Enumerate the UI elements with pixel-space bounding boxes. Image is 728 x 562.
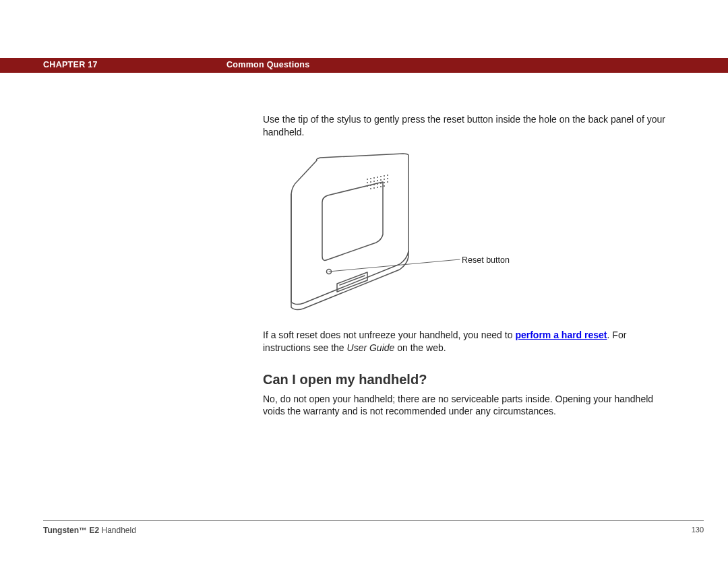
svg-point-12 [384, 179, 385, 180]
svg-point-20 [387, 181, 388, 183]
svg-point-14 [367, 185, 368, 187]
page: CHAPTER 17 Common Questions Use the tip … [0, 0, 728, 562]
svg-point-8 [370, 181, 371, 183]
svg-point-0 [367, 179, 368, 180]
footer-brand: Tungsten™ E2 [43, 526, 99, 535]
svg-point-9 [373, 181, 375, 182]
svg-point-25 [384, 185, 385, 187]
svg-point-21 [370, 188, 371, 189]
chapter-header-bar: CHAPTER 17 Common Questions [0, 58, 728, 73]
svg-point-17 [377, 183, 378, 185]
svg-point-2 [373, 177, 375, 179]
svg-point-18 [380, 183, 382, 184]
page-number: 130 [692, 526, 704, 534]
svg-point-4 [380, 176, 382, 177]
svg-point-1 [370, 178, 371, 179]
hard-reset-paragraph: If a soft reset does not unfreeze your h… [263, 329, 669, 354]
chapter-label: CHAPTER 17 [43, 60, 98, 69]
svg-point-19 [384, 182, 385, 183]
svg-point-13 [387, 178, 388, 179]
text-fragment: If a soft reset does not unfreeze your h… [263, 330, 515, 340]
svg-point-22 [373, 187, 375, 189]
footer-product-name: Tungsten™ E2 Handheld [43, 526, 136, 535]
footer-rule [43, 520, 704, 521]
svg-point-15 [370, 185, 371, 186]
svg-point-3 [377, 177, 378, 178]
svg-point-16 [373, 184, 375, 185]
svg-point-23 [377, 187, 378, 188]
chapter-title: Common Questions [226, 60, 310, 69]
open-handheld-paragraph: No, do not open your handheld; there are… [263, 393, 669, 418]
reset-button-callout: Reset button [462, 255, 510, 266]
svg-point-7 [367, 182, 368, 183]
svg-point-5 [384, 175, 385, 177]
svg-point-10 [377, 180, 378, 181]
footer-brand-rest: Handheld [99, 526, 136, 535]
reset-figure: Reset button [263, 147, 669, 315]
intro-paragraph: Use the tip of the stylus to gently pres… [263, 113, 669, 139]
handheld-illustration [263, 147, 533, 322]
perform-hard-reset-link[interactable]: perform a hard reset [515, 330, 607, 340]
svg-line-27 [329, 259, 460, 272]
content-column: Use the tip of the stylus to gently pres… [263, 113, 669, 426]
svg-point-11 [380, 179, 382, 181]
text-fragment: on the web. [394, 342, 446, 353]
section-heading-open-handheld: Can I open my handheld? [263, 371, 669, 389]
svg-point-24 [380, 186, 382, 187]
svg-point-6 [387, 175, 388, 176]
user-guide-ref: User Guide [347, 342, 395, 353]
